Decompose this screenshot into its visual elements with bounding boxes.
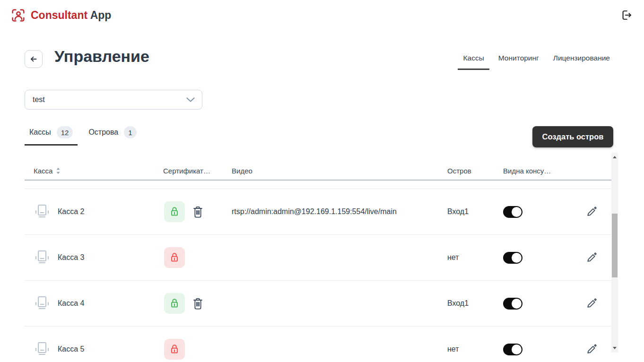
column-header-kassa[interactable]: Касса (25, 167, 163, 175)
view-tab-label: Кассы (29, 128, 51, 137)
scrolled-row-remainder (25, 181, 611, 189)
kassa-name: Касса 5 (58, 345, 84, 353)
toggle-knob (512, 299, 522, 309)
pencil-icon (585, 298, 597, 310)
sort-icon (56, 168, 61, 174)
triangle-down-icon (613, 347, 617, 349)
kassa-name: Касса 2 (58, 207, 84, 216)
pencil-icon (585, 252, 597, 264)
cell-actions (567, 298, 611, 310)
island-select-value: test (33, 95, 45, 104)
column-header-island: Остров (447, 167, 503, 175)
section-tabs: Кассы Мониторинг Лицензирование (454, 54, 615, 70)
tab-count-badge: 1 (124, 126, 136, 138)
cell-certificate (163, 247, 232, 268)
column-header-label: Касса (34, 167, 52, 175)
back-button[interactable] (25, 50, 43, 68)
kassa-name: Касса 3 (58, 253, 84, 262)
chevron-down-icon (186, 97, 195, 102)
cell-actions (567, 252, 611, 264)
pos-terminal-icon (32, 294, 51, 313)
column-header-video: Видео (232, 167, 447, 175)
edit-button[interactable] (585, 252, 597, 264)
scrollbar-thumb[interactable] (612, 214, 618, 277)
cell-actions (567, 344, 611, 355)
visibility-toggle[interactable] (503, 252, 522, 264)
cell-island: Вход1 (447, 207, 503, 216)
pos-terminal-icon (32, 248, 51, 267)
app-header: Consultant App (0, 0, 644, 30)
delete-certificate-button[interactable] (191, 297, 204, 310)
delete-certificate-button[interactable] (191, 205, 204, 219)
view-tab-ostrova[interactable]: Острова 1 (84, 124, 141, 146)
cell-kassa: Касса 5 (25, 340, 163, 359)
certificate-invalid-lock-icon (164, 339, 185, 360)
column-header-visible: Видна консу… (503, 167, 567, 175)
view-tabs: Кассы 12 Острова 1 (25, 124, 148, 146)
certificate-valid-lock-icon (164, 201, 185, 222)
visibility-toggle[interactable] (503, 298, 522, 310)
toggle-knob (512, 345, 522, 354)
cell-certificate (163, 201, 232, 222)
table-row: Касса 4 (25, 281, 611, 327)
logout-icon (619, 9, 633, 22)
cell-visible (503, 252, 567, 264)
cell-kassa: Касса 3 (25, 248, 163, 267)
scrollbar-down-button[interactable] (611, 345, 618, 352)
nav-tab-licensing[interactable]: Лицензирование (548, 54, 615, 70)
table-row: Касса 3 (25, 235, 611, 281)
arrow-left-icon (29, 54, 38, 64)
cell-video: rtsp://admin:admin@192.169.1.159:554/liv… (232, 207, 447, 216)
edit-button[interactable] (585, 344, 597, 355)
certificate-invalid-lock-icon (164, 247, 185, 268)
toggle-knob (512, 207, 522, 217)
trash-icon (191, 297, 204, 310)
tab-count-badge: 12 (57, 126, 73, 138)
create-island-button[interactable]: Создать остров (532, 126, 613, 147)
kassa-name: Касса 4 (58, 299, 84, 308)
cell-certificate (163, 293, 232, 314)
edit-button[interactable] (585, 206, 597, 218)
brand-name-primary: Consultant (31, 9, 87, 21)
view-tab-label: Острова (88, 128, 118, 137)
column-header-certificate: Сертификат… (163, 167, 232, 175)
vertical-scrollbar[interactable] (611, 153, 618, 353)
table-row: Касса 2 (25, 189, 611, 235)
pos-terminal-icon (32, 340, 51, 359)
cell-actions (567, 206, 611, 218)
edit-button[interactable] (585, 298, 597, 310)
consultant-logo-icon (10, 8, 26, 23)
cell-island: нет (447, 253, 503, 262)
certificate-valid-lock-icon (164, 293, 185, 314)
view-tab-kassy[interactable]: Кассы 12 (25, 124, 78, 146)
brand-name-secondary: App (90, 9, 112, 21)
triangle-up-icon (613, 156, 617, 158)
table-header-row: Касса Сертификат… Видео Остров Видна кон… (25, 156, 611, 181)
scrollbar-up-button[interactable] (611, 154, 618, 161)
cell-visible (503, 298, 567, 310)
page-title: Управление (54, 47, 149, 66)
logout-button[interactable] (618, 8, 634, 23)
toggle-knob (512, 253, 522, 263)
pos-terminal-icon (32, 202, 51, 221)
cell-visible (503, 344, 567, 355)
cell-island: нет (447, 345, 503, 353)
cell-visible (503, 206, 567, 218)
cell-kassa: Касса 2 (25, 202, 163, 221)
brand-name: Consultant App (31, 9, 111, 22)
cell-kassa: Касса 4 (25, 294, 163, 313)
visibility-toggle[interactable] (503, 344, 522, 355)
pencil-icon (585, 206, 597, 218)
cell-island: Вход1 (447, 299, 503, 308)
brand: Consultant App (10, 8, 111, 23)
table-body: Касса 2 (25, 189, 611, 362)
nav-tab-monitoring[interactable]: Мониторинг (493, 54, 544, 70)
pencil-icon (585, 344, 597, 355)
nav-tab-kassy[interactable]: Кассы (458, 54, 489, 70)
trash-icon (191, 205, 204, 219)
cell-certificate (163, 339, 232, 360)
island-select[interactable]: test (25, 90, 202, 110)
table-row: Касса 5 (25, 327, 611, 362)
kassa-table: Касса Сертификат… Видео Остров Видна кон… (25, 156, 611, 362)
visibility-toggle[interactable] (503, 206, 522, 218)
